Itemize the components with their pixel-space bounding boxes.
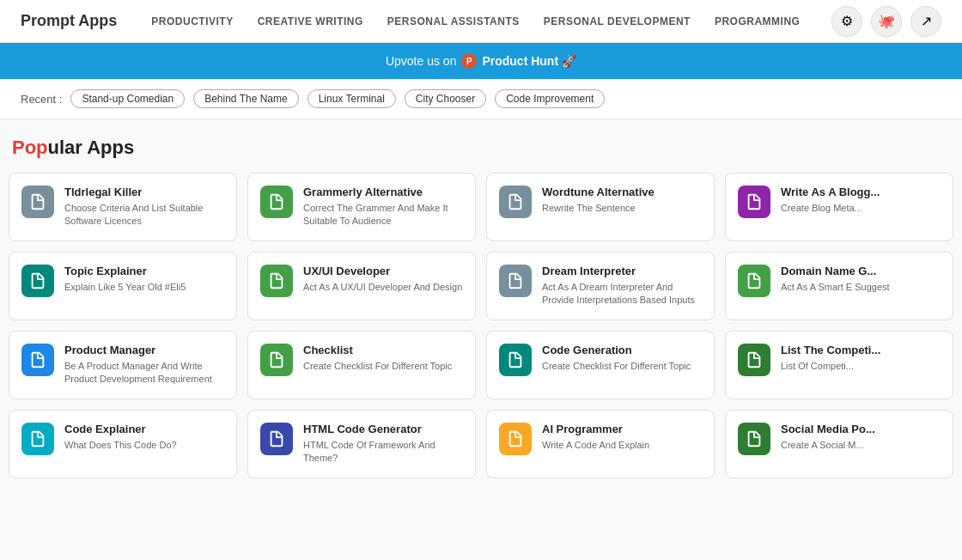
recent-label: Recent : [21,93,62,106]
app-card-1[interactable]: Grammerly AlternativeCorrect The Grammer… [247,173,476,241]
app-icon-13 [260,423,293,455]
app-icon-14 [499,423,532,455]
app-card-4[interactable]: Topic ExplainerExplain Like 5 Year Old #… [9,252,237,320]
nav-item-personal-development[interactable]: PERSONAL DEVELOPMENT [544,15,691,27]
recent-chip-linux-terminal[interactable]: Linux Terminal [307,89,396,108]
nav-item-creative-writing[interactable]: CREATIVE WRITING [258,15,363,27]
app-desc-13: HTML Code Of Framework And Theme? [303,439,463,466]
recent-chip-stand-up-comedian[interactable]: Stand-up Comedian [70,89,185,108]
app-info-5: UX/UI DeveloperAct As A UX/UI Developer … [303,265,463,294]
app-card-11[interactable]: List The Competi...List Of Competi... [725,331,953,399]
app-name-5: UX/UI Developer [303,265,463,277]
app-icon-8 [21,344,54,376]
apps-grid: Tldrlegal KillerChoose Criteria And List… [9,173,953,478]
app-icon-7 [738,265,770,297]
banner-link-text: Product Hunt [482,54,558,68]
header: Prompt Apps PRODUCTIVITYCREATIVE WRITING… [0,0,962,43]
app-desc-7: Act As A Smart E Suggest [781,281,941,294]
app-desc-15: Create A Social M... [781,439,941,452]
app-info-15: Social Media Po...Create A Social M... [781,423,941,452]
app-card-2[interactable]: Wordtune AlternativeRewrite The Sentence [486,173,715,241]
app-info-8: Product ManagerBe A Product Manager And … [64,344,224,387]
app-name-6: Dream Interpreter [542,265,702,277]
app-card-15[interactable]: Social Media Po...Create A Social M... [725,410,953,478]
app-icon-4 [21,265,54,297]
app-info-3: Write As A Blogg...Create Blog Meta... [781,186,941,215]
app-desc-0: Choose Criteria And List Suitable Softwa… [64,202,224,228]
app-info-14: AI ProgrammerWrite A Code And Explain [542,423,702,452]
header-icons: ⚙ 🐙 ↗ [831,6,941,37]
app-card-6[interactable]: Dream InterpreterAct As A Dream Interpre… [486,252,715,320]
app-icon-15 [738,423,770,455]
app-icon-12 [21,423,54,455]
app-desc-4: Explain Like 5 Year Old #Eli5 [64,281,224,294]
product-hunt-link[interactable]: Product Hunt 🚀 [482,54,576,68]
app-info-7: Domain Name G...Act As A Smart E Suggest [781,265,941,294]
app-desc-2: Rewrite The Sentence [542,202,702,215]
app-info-1: Grammerly AlternativeCorrect The Grammer… [303,186,463,228]
app-name-10: Code Generation [542,344,702,356]
app-name-12: Code Explainer [64,423,224,435]
nav-item-programming[interactable]: PROGRAMMING [715,15,801,27]
app-desc-5: Act As A UX/UI Developer And Design [303,281,463,294]
app-desc-1: Correct The Grammer And Make It Suitable… [303,202,463,228]
app-name-13: HTML Code Generator [303,423,463,435]
app-desc-14: Write A Code And Explain [542,439,702,452]
recent-chip-city-chooser[interactable]: City Chooser [405,89,486,108]
app-icon-1 [260,186,293,218]
app-card-9[interactable]: ChecklistCreate Checklist For Different … [247,331,476,399]
app-info-4: Topic ExplainerExplain Like 5 Year Old #… [64,265,224,294]
main-content: Popular Apps Tldrlegal KillerChoose Crit… [0,119,962,496]
app-desc-12: What Does This Code Do? [64,439,224,452]
app-card-7[interactable]: Domain Name G...Act As A Smart E Suggest [725,252,953,320]
app-name-11: List The Competi... [781,344,941,356]
app-info-6: Dream InterpreterAct As A Dream Interpre… [542,265,702,307]
app-card-10[interactable]: Code GenerationCreate Checklist For Diff… [486,331,715,399]
recent-chip-code-improvement[interactable]: Code Improvement [495,89,605,108]
app-desc-6: Act As A Dream Interpreter And Provide I… [542,281,702,307]
app-name-1: Grammerly Alternative [303,186,463,198]
product-hunt-banner: Upvote us on P Product Hunt 🚀 [0,43,962,79]
section-title: Popular Apps [9,137,953,159]
app-card-14[interactable]: AI ProgrammerWrite A Code And Explain [486,410,715,478]
app-info-12: Code ExplainerWhat Does This Code Do? [64,423,224,452]
app-name-9: Checklist [303,344,463,356]
nav-item-productivity[interactable]: PRODUCTIVITY [151,15,233,27]
app-icon-3 [738,186,770,218]
app-name-0: Tldrlegal Killer [64,186,224,198]
app-logo: Prompt Apps [21,12,117,30]
app-icon-6 [499,265,532,297]
app-icon-9 [260,344,293,376]
github-button[interactable]: 🐙 [871,6,902,37]
section-title-text: ular Apps [48,137,135,158]
recent-bar: Recent : Stand-up ComedianBehind The Nam… [0,79,962,119]
nav-item-personal-assistants[interactable]: PERSONAL ASSISTANTS [387,15,520,27]
app-desc-10: Create Checklist For Different Topic [542,360,702,373]
app-name-2: Wordtune Alternative [542,186,702,198]
app-desc-9: Create Checklist For Different Topic [303,360,463,373]
app-icon-10 [499,344,532,376]
app-info-10: Code GenerationCreate Checklist For Diff… [542,344,702,373]
app-info-11: List The Competi...List Of Competi... [781,344,941,373]
app-card-3[interactable]: Write As A Blogg...Create Blog Meta... [725,173,953,241]
app-card-5[interactable]: UX/UI DeveloperAct As A UX/UI Developer … [247,252,476,320]
app-desc-11: List Of Competi... [781,360,941,373]
app-info-2: Wordtune AlternativeRewrite The Sentence [542,186,702,215]
app-icon-5 [260,265,293,297]
app-icon-0 [21,186,54,218]
app-icon-2 [499,186,532,218]
app-name-4: Topic Explainer [64,265,224,277]
app-card-12[interactable]: Code ExplainerWhat Does This Code Do? [9,410,237,478]
app-name-14: AI Programmer [542,423,702,435]
share-button[interactable]: ↗ [910,6,941,37]
app-name-7: Domain Name G... [781,265,941,277]
app-card-13[interactable]: HTML Code GeneratorHTML Code Of Framewor… [247,410,476,478]
app-info-13: HTML Code GeneratorHTML Code Of Framewor… [303,423,463,466]
recent-chip-behind-the-name[interactable]: Behind The Name [193,89,299,108]
app-card-0[interactable]: Tldrlegal KillerChoose Criteria And List… [9,173,237,241]
app-icon-11 [738,344,770,376]
app-card-8[interactable]: Product ManagerBe A Product Manager And … [9,331,237,399]
banner-prefix: Upvote us on [386,54,457,68]
ph-logo-icon: P [461,53,477,69]
settings-button[interactable]: ⚙ [831,6,862,37]
